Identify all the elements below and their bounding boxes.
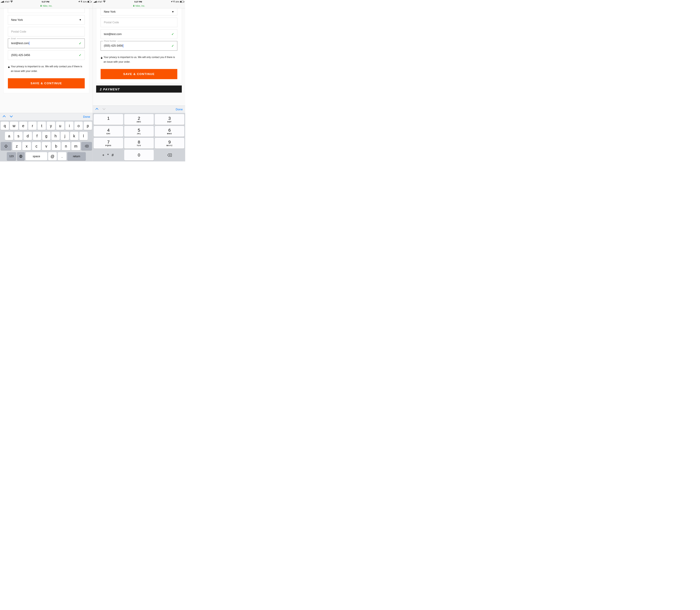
key-o[interactable]: o	[74, 122, 83, 130]
payment-step-header[interactable]: 2 PAYMENT	[96, 85, 182, 93]
numpad-key-5[interactable]: 5JKL	[124, 126, 154, 137]
numpad-key-6[interactable]: 6MNO	[155, 126, 184, 137]
status-bar: AT&T 5:27 PM 30%	[93, 0, 185, 3]
privacy-notice: Your privacy is important to us. We will…	[8, 64, 85, 74]
clock: 5:27 PM	[134, 1, 142, 3]
prev-field-button[interactable]	[95, 107, 99, 112]
postal-placeholder: Postal Code	[11, 30, 26, 33]
lock-icon	[133, 4, 135, 7]
key-v[interactable]: v	[42, 142, 51, 150]
key-a[interactable]: a	[5, 132, 13, 140]
next-field-button[interactable]	[102, 107, 106, 112]
numpad-key-1[interactable]: 1	[94, 114, 123, 125]
state-select[interactable]: New York ▼	[8, 15, 85, 25]
privacy-notice: Your privacy is important to us. We will…	[101, 55, 177, 64]
bluetooth-icon	[173, 0, 175, 3]
battery-icon	[180, 1, 184, 3]
numpad-key-9[interactable]: 9WXYZ	[155, 138, 184, 149]
key-e[interactable]: e	[19, 122, 28, 130]
signal-icon	[94, 1, 97, 3]
key-h[interactable]: h	[51, 132, 60, 140]
state-select[interactable]: New York ▼	[101, 8, 177, 15]
numpad-key-0[interactable]: 0	[124, 150, 154, 160]
key-n[interactable]: n	[62, 142, 70, 150]
phone-float-label: Phone Number	[103, 40, 117, 42]
site-name: Nike, Inc.	[43, 4, 52, 7]
backspace-key[interactable]	[81, 142, 92, 150]
status-bar: AT&T 5:27 PM 31%	[0, 0, 93, 3]
key-m[interactable]: m	[71, 142, 80, 150]
save-continue-button[interactable]: SAVE & CONTINUE	[8, 78, 85, 89]
keyboard-done-button[interactable]: Done	[176, 108, 183, 111]
key-w[interactable]: w	[10, 122, 18, 130]
symbols-key[interactable]: + * #	[94, 150, 123, 160]
check-icon: ✓	[172, 32, 174, 36]
keyboard-done-button[interactable]: Done	[83, 115, 90, 118]
key-g[interactable]: g	[42, 132, 50, 140]
key-t[interactable]: t	[37, 122, 46, 130]
lock-icon	[40, 4, 42, 7]
state-value: New York	[104, 10, 115, 13]
return-key[interactable]: return	[67, 152, 86, 160]
shift-key[interactable]	[1, 142, 12, 150]
key-k[interactable]: k	[70, 132, 78, 140]
prev-field-partial[interactable]	[8, 8, 85, 13]
at-key[interactable]: @	[48, 152, 57, 160]
numpad-key-4[interactable]: 4GHI	[94, 126, 123, 137]
wifi-icon	[103, 1, 106, 3]
save-continue-button[interactable]: SAVE & CONTINUE	[101, 69, 177, 79]
text-cursor	[123, 44, 123, 48]
next-field-button[interactable]	[10, 115, 13, 119]
key-u[interactable]: u	[56, 122, 64, 130]
key-b[interactable]: b	[52, 142, 61, 150]
keyboard-accessory: Done	[0, 113, 93, 121]
phone-field[interactable]: Phone Number (555) 425-3456 ✓	[101, 41, 177, 51]
key-q[interactable]: q	[1, 122, 9, 130]
postal-code-field[interactable]: Postal Code	[101, 18, 177, 27]
clock: 5:27 PM	[42, 1, 49, 3]
carrier-label: AT&T	[97, 1, 102, 3]
keyboard-qwerty: qwertyuiop asdfghjkl zxcvbnm 123 space @…	[0, 121, 93, 161]
battery-pct: 30%	[175, 1, 179, 3]
email-field[interactable]: Email test@test.com ✓	[8, 38, 85, 48]
chevron-down-icon: ▼	[79, 18, 81, 21]
phone-right: AT&T 5:27 PM 30% Nike, Inc. New York ▼	[93, 0, 185, 161]
backspace-key[interactable]	[155, 150, 184, 160]
key-c[interactable]: c	[32, 142, 41, 150]
prev-field-button[interactable]	[2, 115, 6, 119]
page-content: New York ▼ Postal Code Email test@test.c…	[0, 8, 93, 113]
phone-field[interactable]: (555) 425-3456 ✓	[8, 50, 85, 60]
key-i[interactable]: i	[65, 122, 74, 130]
bluetooth-icon	[81, 0, 82, 3]
key-x[interactable]: x	[22, 142, 31, 150]
postal-code-field[interactable]: Postal Code	[8, 27, 85, 36]
browser-url-bar[interactable]: Nike, Inc.	[0, 3, 93, 8]
numbers-key[interactable]: 123	[7, 152, 16, 160]
key-l[interactable]: l	[79, 132, 88, 140]
signal-icon	[1, 1, 4, 3]
keyboard-accessory: Done	[93, 106, 185, 113]
numpad-key-8[interactable]: 8TUV	[124, 138, 154, 149]
space-key[interactable]: space	[26, 152, 47, 160]
email-field[interactable]: test@test.com ✓	[101, 29, 177, 39]
period-key[interactable]: .	[58, 152, 66, 160]
key-s[interactable]: s	[14, 132, 22, 140]
numpad-key-2[interactable]: 2ABC	[124, 114, 154, 125]
key-d[interactable]: d	[23, 132, 32, 140]
site-name: Nike, Inc.	[136, 4, 145, 7]
key-p[interactable]: p	[84, 122, 92, 130]
key-j[interactable]: j	[61, 132, 69, 140]
key-z[interactable]: z	[12, 142, 21, 150]
email-float-label: Email	[10, 37, 17, 40]
numpad-key-7[interactable]: 7PQRS	[94, 138, 123, 149]
key-y[interactable]: y	[47, 122, 55, 130]
key-r[interactable]: r	[28, 122, 36, 130]
key-f[interactable]: f	[33, 132, 41, 140]
state-value: New York	[11, 18, 23, 21]
numpad-key-3[interactable]: 3DEF	[155, 114, 184, 125]
text-cursor	[29, 42, 29, 45]
browser-url-bar[interactable]: Nike, Inc.	[93, 3, 185, 8]
location-icon	[78, 1, 80, 3]
battery-icon	[88, 1, 92, 3]
globe-key[interactable]	[17, 152, 25, 160]
